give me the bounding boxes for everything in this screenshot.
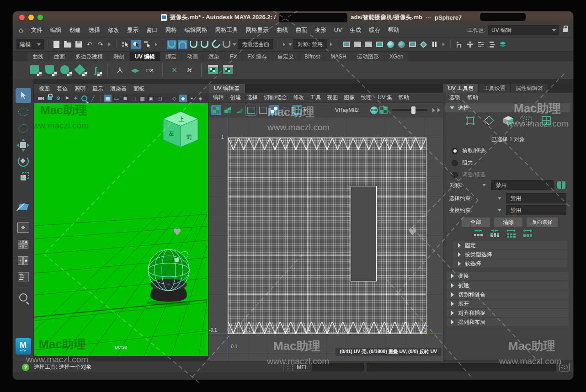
menu-create[interactable]: 创建 (69, 26, 81, 34)
render-settings-icon[interactable] (375, 40, 384, 49)
home-icon[interactable]: ⌂ (19, 26, 23, 34)
radio-button[interactable] (452, 172, 458, 178)
uv-component-icon[interactable] (522, 115, 533, 127)
uv-brush-tool[interactable] (16, 200, 31, 214)
menu-deform[interactable]: 变形 (315, 26, 326, 34)
select-tool[interactable] (16, 88, 31, 103)
select-all-button[interactable]: 全部 (462, 217, 490, 227)
shelf-tab-fx[interactable]: FX (225, 52, 242, 61)
select-component-icon[interactable] (142, 40, 152, 49)
uv-menu-edit[interactable]: 编辑 (213, 94, 224, 101)
zoom-window-button[interactable] (37, 15, 43, 20)
film-gate-icon[interactable]: ▭ (112, 95, 120, 102)
viewport-menu-lighting[interactable]: 照明 (75, 85, 85, 93)
chevron-down-icon[interactable] (288, 43, 292, 46)
uv-isolate-select-icon[interactable] (292, 105, 302, 115)
bookmark-icon[interactable]: ⚑ (63, 95, 71, 102)
transform-constraint-field[interactable]: 禁用 (506, 205, 566, 215)
uv-distortion-icon[interactable] (234, 105, 244, 115)
undo-icon[interactable]: ↶ (85, 40, 94, 49)
tab-attribute-editor[interactable]: 属性编辑器 (511, 84, 548, 93)
character-controls-icon[interactable] (454, 40, 464, 49)
shrink-selection-icon[interactable] (473, 229, 484, 239)
selection-constraint-field[interactable]: 禁用 (506, 193, 566, 203)
select-edge-loop-icon[interactable] (506, 229, 517, 239)
rgb-channels-icon[interactable]: RGB (370, 106, 378, 114)
uv-menu-select[interactable]: 选择 (247, 94, 258, 101)
render-setup-icon[interactable] (397, 40, 406, 49)
menu-cache[interactable]: 缓存 (369, 26, 380, 34)
expand-toolbar-icon-2[interactable] (437, 108, 440, 112)
invert-selection-button[interactable]: 反向选择 (527, 217, 558, 227)
greasepencil-icon[interactable]: ╱ (89, 95, 97, 102)
menu-display[interactable]: 显示 (127, 26, 139, 34)
open-uv-editor-icon[interactable] (208, 64, 220, 76)
camera-attributes-icon[interactable]: ⚙ (54, 95, 62, 102)
uv-grid-tiles-icon[interactable] (211, 105, 221, 115)
planar-mapping-icon[interactable] (29, 64, 42, 76)
wireframe-icon[interactable]: ◇ (170, 95, 178, 102)
snap-to-view-plane-icon[interactable] (211, 40, 220, 49)
uv-set-editor-icon[interactable] (223, 64, 235, 76)
straighten-uv-icon[interactable]: ◀▶ (129, 64, 141, 76)
symmetry-field[interactable]: 对称: 禁用 (293, 39, 327, 49)
face-component-icon[interactable] (502, 115, 514, 127)
edge-component-icon[interactable] (484, 115, 495, 127)
menu-edit[interactable]: 编辑 (50, 26, 62, 34)
layout-single-pane[interactable]: ❖ (16, 220, 31, 235)
section-pinning[interactable]: 固定 (453, 241, 567, 249)
menu-mesh[interactable]: 网格 (165, 26, 177, 34)
command-result-field[interactable] (367, 363, 556, 371)
uv-texture-borders-icon[interactable] (245, 105, 256, 116)
uv-pixel-snap-icon[interactable] (269, 105, 279, 115)
section-soft-selection[interactable]: 软选择 (453, 260, 567, 268)
uv-shell-mesh[interactable] (228, 138, 426, 334)
slider-thumb[interactable] (411, 106, 416, 114)
chevron-down-icon[interactable] (498, 209, 501, 212)
live-surface-field[interactable]: 无激活曲面 (238, 39, 273, 49)
shelf-tab-poly-modeling[interactable]: 多边形建模 (70, 52, 108, 61)
viewport-menu-view[interactable]: 视图 (39, 85, 50, 93)
shelf-tab-uv-editing[interactable]: UV 编辑 (130, 52, 160, 61)
lookdev-icon[interactable] (408, 40, 417, 49)
viewport-menu-show[interactable]: 显示 (92, 85, 103, 93)
snap-to-curve-icon[interactable] (178, 40, 187, 49)
expand-toolbar-icon[interactable] (432, 108, 435, 112)
move-tool[interactable] (16, 138, 31, 152)
shelf-tab-rendering[interactable]: 渲染 (203, 52, 224, 61)
radio-tweak-marquee[interactable]: 调整/框选 (452, 171, 485, 179)
cylindrical-mapping-icon[interactable] (44, 64, 57, 76)
chevron-down-icon[interactable] (482, 184, 486, 186)
unfold-uv-icon[interactable]: 人 (114, 64, 126, 76)
menu-mesh-display[interactable]: 网格显示 (246, 26, 269, 34)
image-ratio-icon[interactable] (379, 106, 388, 114)
image-dim-slider[interactable] (392, 109, 427, 111)
tstance-icon[interactable] (465, 40, 475, 49)
shaded-icon[interactable]: ◆ (179, 95, 187, 102)
webcam-object[interactable] (141, 244, 196, 306)
safe-title-icon[interactable]: ◰ (156, 95, 164, 102)
menu-edit-mesh[interactable]: 编辑网格 (185, 26, 208, 34)
shelf-tab-surfaces[interactable]: 曲面 (49, 52, 70, 61)
workspace-dropdown[interactable]: UV 编辑 (488, 25, 559, 35)
radio-button[interactable] (452, 160, 458, 166)
resolution-gate-icon[interactable]: ◙ (121, 95, 129, 102)
shelf-tab-motion-graphics[interactable]: 运动图形 (352, 52, 384, 61)
contour-stretch-mapping-icon[interactable]: ∫ (90, 64, 102, 76)
uv-menu-create[interactable]: 创建 (230, 94, 241, 101)
open-scene-icon[interactable] (63, 40, 72, 49)
pause-viewport-icon[interactable] (430, 40, 439, 49)
paint-select-tool[interactable] (16, 121, 31, 136)
toolkit-menu-help[interactable]: 帮助 (467, 94, 478, 101)
select-edge-ring-icon[interactable] (522, 229, 533, 239)
section-transform[interactable]: 变换 (447, 272, 569, 280)
mel-label[interactable]: MEL (297, 364, 308, 371)
spherical-mapping-icon[interactable] (59, 64, 72, 76)
mode-dropdown[interactable]: 建模 (16, 39, 44, 49)
menu-mesh-tools[interactable]: 网格工具 (215, 26, 238, 34)
shelf-tab-sculpting[interactable]: 雕刻 (108, 52, 129, 61)
command-line-grip[interactable] (288, 364, 293, 371)
lasso-select-tool[interactable] (16, 105, 31, 119)
section-select-by-type[interactable]: 按类型选择 (453, 250, 567, 259)
shelf-tab-bifrost[interactable]: Bifrost (299, 52, 325, 61)
